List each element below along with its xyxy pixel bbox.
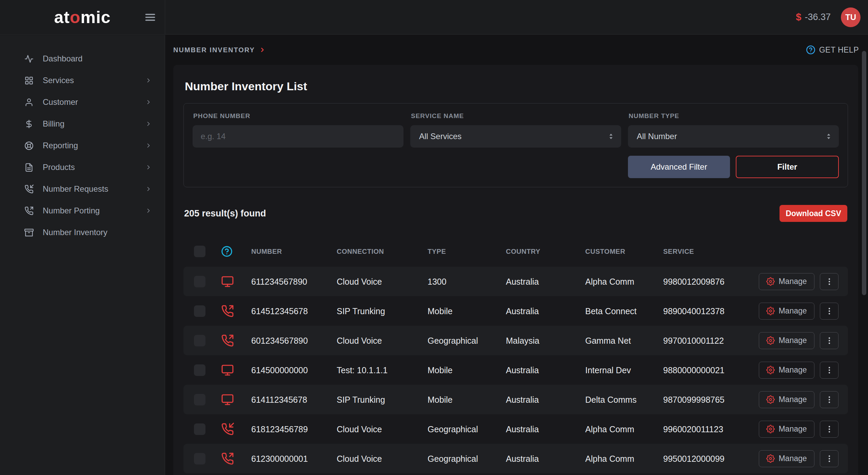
manage-button[interactable]: Manage <box>759 391 814 408</box>
sidebar-item-number-requests[interactable]: Number Requests <box>0 178 165 200</box>
advanced-filter-button[interactable]: Advanced Filter <box>628 156 730 178</box>
breadcrumb[interactable]: NUMBER INVENTORY <box>173 46 266 54</box>
phone-number-input[interactable] <box>193 125 403 148</box>
monitor-icon <box>221 393 234 406</box>
cell-country: Australia <box>506 424 539 434</box>
row-checkbox[interactable] <box>194 305 205 317</box>
sidebar-item-reporting[interactable]: Reporting <box>0 135 165 156</box>
column-header-customer: CUSTOMER <box>585 248 625 255</box>
cell-connection: Cloud Voice <box>337 336 382 345</box>
row-checkbox[interactable] <box>194 423 205 435</box>
content-card: Number Inventory List PHONE NUMBER SERVI… <box>173 65 858 475</box>
dollar-icon: $ <box>796 12 801 23</box>
chevron-right-icon <box>145 142 152 149</box>
cell-connection: SIP Trunking <box>337 306 385 316</box>
row-menu-button[interactable] <box>820 391 839 408</box>
row-checkbox[interactable] <box>194 335 205 346</box>
cell-customer: Delta Comms <box>585 395 636 404</box>
row-menu-button[interactable] <box>820 273 839 290</box>
select-all-checkbox[interactable] <box>194 246 205 257</box>
row-checkbox[interactable] <box>194 394 205 405</box>
file-text-icon <box>24 163 34 172</box>
more-vertical-icon <box>825 307 834 316</box>
phone-outgoing-icon <box>221 452 234 465</box>
more-vertical-icon <box>825 425 834 434</box>
scrollbar-thumb[interactable] <box>862 51 866 295</box>
column-header-service: SERVICE <box>663 248 694 255</box>
row-menu-button[interactable] <box>820 421 839 438</box>
row-menu-button[interactable] <box>820 362 839 379</box>
sidebar-item-services[interactable]: Services <box>0 70 165 91</box>
sidebar-item-label: Customer <box>43 97 78 107</box>
manage-button[interactable]: Manage <box>759 421 814 438</box>
cell-service: 9870099998765 <box>663 395 725 404</box>
cell-country: Australia <box>506 277 539 286</box>
cell-number: 614500000000 <box>251 365 308 375</box>
top-bar-right: $ -36.37 TU <box>165 0 868 34</box>
results-row: 205 result(s) found Download CSV <box>183 205 848 222</box>
cell-number: 614112345678 <box>251 395 307 404</box>
manage-button-label: Manage <box>778 306 807 316</box>
manage-button[interactable]: Manage <box>759 303 814 320</box>
cell-type: Geographical <box>428 424 478 434</box>
avatar[interactable]: TU <box>841 7 861 27</box>
cell-country: Australia <box>506 306 539 316</box>
hamburger-menu-icon[interactable] <box>144 12 156 23</box>
settings-icon <box>766 307 775 315</box>
monitor-icon <box>221 364 234 377</box>
atomic-logo[interactable]: atomic <box>54 7 111 27</box>
help-circle-icon <box>806 45 815 55</box>
column-header-country: COUNTRY <box>506 248 540 255</box>
manage-button[interactable]: Manage <box>759 273 814 290</box>
select-arrows-icon <box>825 132 833 140</box>
settings-icon <box>766 366 775 374</box>
phone-outgoing-icon <box>24 206 34 215</box>
manage-button[interactable]: Manage <box>759 450 814 467</box>
more-vertical-icon <box>825 454 834 463</box>
row-menu-button[interactable] <box>820 450 839 467</box>
service-name-select[interactable]: All Services <box>410 125 621 148</box>
phone-outgoing-icon <box>221 305 234 318</box>
more-vertical-icon <box>825 395 834 404</box>
manage-button-label: Manage <box>778 424 807 434</box>
phone-incoming-icon <box>221 423 234 436</box>
manage-button[interactable]: Manage <box>759 332 814 349</box>
sidebar-item-dashboard[interactable]: Dashboard <box>0 48 165 70</box>
cell-customer: Gamma Net <box>585 336 631 345</box>
table-row: 614500000000Test: 10.1.1.1MobileAustrali… <box>183 355 848 385</box>
manage-button-label: Manage <box>778 454 807 463</box>
sidebar-item-number-inventory[interactable]: Number Inventory <box>0 222 165 243</box>
row-menu-button[interactable] <box>820 332 839 349</box>
manage-button-label: Manage <box>778 365 807 375</box>
number-type-label: NUMBER TYPE <box>629 112 839 120</box>
row-checkbox[interactable] <box>194 364 205 376</box>
row-checkbox[interactable] <box>194 453 205 464</box>
help-circle-icon[interactable] <box>221 246 233 257</box>
row-checkbox[interactable] <box>194 276 205 287</box>
more-vertical-icon <box>825 277 834 286</box>
table-row: 601234567890Cloud VoiceGeographicalMalay… <box>183 326 848 355</box>
cell-service: 9890040012378 <box>663 306 725 316</box>
user-icon <box>24 98 34 107</box>
manage-button-label: Manage <box>778 336 807 345</box>
more-vertical-icon <box>825 336 834 345</box>
download-csv-button[interactable]: Download CSV <box>780 205 847 222</box>
service-name-field-group: SERVICE NAME All Services <box>410 112 621 148</box>
cell-country: Malaysia <box>506 336 539 345</box>
cell-country: Australia <box>506 365 539 375</box>
cell-service: 9960020011123 <box>663 424 723 434</box>
number-type-icon-wrap <box>221 423 234 436</box>
row-menu-button[interactable] <box>820 303 839 320</box>
sidebar-item-customer[interactable]: Customer <box>0 91 165 113</box>
sidebar-item-billing[interactable]: Billing <box>0 113 165 135</box>
account-balance[interactable]: $ -36.37 <box>796 12 831 23</box>
sidebar-item-products[interactable]: Products <box>0 156 165 178</box>
results-count: 205 result(s) found <box>184 208 266 219</box>
sidebar-item-number-porting[interactable]: Number Porting <box>0 200 165 222</box>
get-help-button[interactable]: GET HELP <box>806 45 859 55</box>
activity-icon <box>24 54 34 63</box>
manage-button-label: Manage <box>778 277 807 286</box>
manage-button[interactable]: Manage <box>759 362 814 379</box>
number-type-select[interactable]: All Number <box>628 125 839 148</box>
filter-button[interactable]: Filter <box>736 156 839 178</box>
